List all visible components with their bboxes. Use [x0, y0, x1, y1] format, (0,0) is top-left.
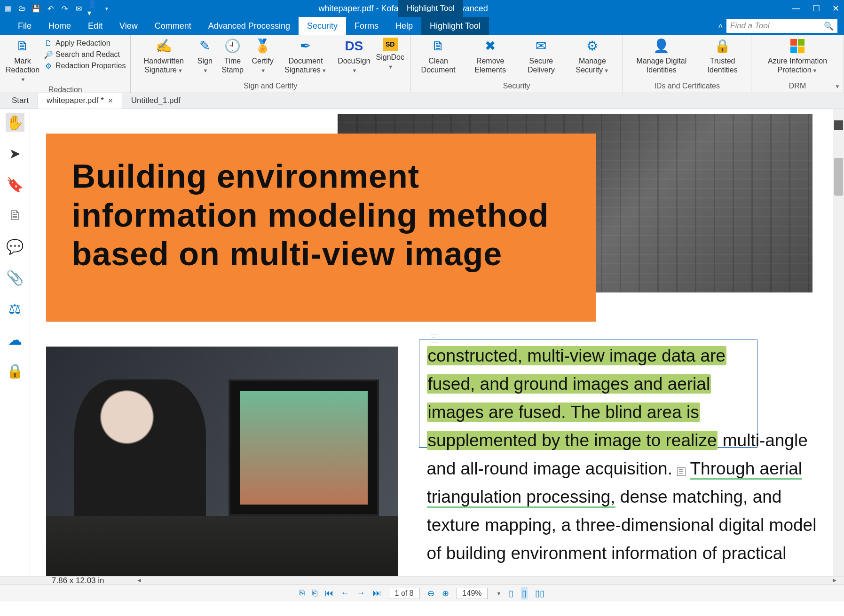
- apply-redaction-button[interactable]: 🗋Apply Redaction: [42, 38, 127, 49]
- redo-icon[interactable]: ↷: [59, 3, 70, 14]
- signdoc-button[interactable]: SDSignDoc▼: [373, 36, 407, 72]
- scroll-right-icon[interactable]: ►: [832, 577, 837, 584]
- page-dimensions: 7.86 x 12.03 in: [52, 576, 104, 585]
- redaction-icon: 🗎: [14, 38, 31, 55]
- first-page-icon[interactable]: ⏮: [325, 588, 333, 598]
- mark-redaction-button[interactable]: 🗎 Mark Redaction ▼: [3, 36, 42, 86]
- document-signatures-button[interactable]: ✒Document Signatures▼: [276, 36, 335, 76]
- menu-help[interactable]: Help: [387, 17, 421, 35]
- collapse-ribbon-icon[interactable]: ᐱ: [718, 23, 723, 30]
- view-continuous-icon[interactable]: ▯: [521, 587, 528, 600]
- find-tool-placeholder: Find a Tool: [730, 21, 769, 31]
- menu-comment[interactable]: Comment: [146, 17, 200, 35]
- azure-ip-icon: [789, 38, 806, 55]
- expand-panel-icon[interactable]: [834, 120, 843, 130]
- time-stamp-button[interactable]: 🕘Time Stamp: [216, 36, 249, 76]
- certify-icon: 🏅: [254, 38, 271, 55]
- redaction-properties-button[interactable]: ⚙Redaction Properties: [42, 60, 127, 71]
- menu-security[interactable]: Security: [299, 17, 346, 35]
- left-tool-panel: ✋ ➤ 🔖 🗎 💬 📎 ⚖ ☁ 🔒: [0, 109, 30, 576]
- last-page-icon[interactable]: ⏭: [373, 588, 381, 598]
- sign-button[interactable]: ✎Sign▼: [194, 36, 216, 76]
- maximize-button[interactable]: ☐: [812, 3, 820, 14]
- undo-icon[interactable]: ↶: [45, 3, 55, 14]
- mail-icon[interactable]: ✉: [73, 3, 84, 14]
- pdf-page: Building environment information modelin…: [46, 114, 817, 571]
- find-tool-input[interactable]: Find a Tool 🔍: [726, 19, 837, 33]
- zoom-out-icon[interactable]: ⊖: [427, 588, 434, 599]
- select-tool[interactable]: ➤: [6, 144, 24, 163]
- bookmarks-panel[interactable]: 🔖: [6, 175, 24, 194]
- user-icon[interactable]: 👤▾: [87, 3, 98, 14]
- signdoc-icon: SD: [383, 38, 398, 51]
- document-viewer[interactable]: Building environment information modelin…: [30, 109, 833, 576]
- certify-button[interactable]: 🏅Certify▼: [249, 36, 276, 76]
- nav-tool-icon[interactable]: ⎗: [312, 588, 317, 598]
- pages-panel[interactable]: 🗎: [6, 206, 24, 225]
- nav-tool-icon[interactable]: ⎘: [300, 588, 305, 598]
- tab-untitled[interactable]: Untitled_1.pdf: [122, 93, 189, 109]
- qat-customize-icon[interactable]: ▾: [102, 3, 112, 14]
- scroll-left-icon[interactable]: ◄: [136, 577, 142, 584]
- docusign-icon: DS: [346, 38, 363, 55]
- view-facing-icon[interactable]: ▯▯: [535, 588, 544, 599]
- vertical-scrollbar[interactable]: [833, 109, 844, 576]
- view-single-icon[interactable]: ▯: [509, 588, 513, 599]
- handwritten-sig-icon: ✍: [155, 38, 172, 55]
- cloud-panel[interactable]: ☁: [6, 330, 24, 349]
- manage-digital-identities-button[interactable]: 👤Manage Digital Identities: [626, 36, 697, 76]
- manage-security-button[interactable]: ⚙Manage Security▼: [565, 36, 620, 76]
- ribbon-dropdown-icon[interactable]: ▼: [835, 83, 840, 90]
- menu-edit[interactable]: Edit: [79, 17, 111, 35]
- search-and-redact-button[interactable]: 🔎Search and Redact: [42, 49, 127, 60]
- highlighted-text[interactable]: supplemented by the image to realize: [427, 431, 718, 450]
- menu-highlight-tool[interactable]: Highlight Tool: [421, 17, 489, 35]
- highlighted-text[interactable]: images are fused. The blind area is: [427, 403, 700, 422]
- secure-delivery-button[interactable]: ✉Secure Delivery: [517, 36, 565, 76]
- group-sign-label: Sign and Certify: [134, 82, 407, 92]
- close-tab-icon[interactable]: ✕: [108, 97, 113, 104]
- menu-forms[interactable]: Forms: [346, 17, 387, 35]
- menu-file[interactable]: File: [9, 17, 40, 35]
- open-icon[interactable]: 🗁: [17, 3, 27, 14]
- secure-delivery-icon: ✉: [533, 38, 550, 55]
- highlighted-text[interactable]: fused, and ground images and aerial: [427, 374, 711, 394]
- hand-tool[interactable]: ✋: [6, 113, 24, 132]
- app-icon: ▦: [3, 3, 13, 14]
- page-number-field[interactable]: 1 of 8: [389, 588, 420, 599]
- time-stamp-icon: 🕘: [224, 38, 241, 55]
- comments-panel[interactable]: 💬: [6, 237, 24, 256]
- security-panel[interactable]: 🔒: [6, 361, 24, 380]
- scrollbar-thumb[interactable]: [834, 158, 843, 196]
- close-button[interactable]: ✕: [832, 3, 839, 14]
- redaction-props-icon: ⚙: [44, 62, 53, 70]
- comment-note-icon[interactable]: [677, 467, 686, 476]
- docusign-button[interactable]: DSDocuSign▼: [335, 36, 373, 76]
- next-page-icon[interactable]: →: [357, 588, 365, 598]
- zoom-in-icon[interactable]: ⊕: [442, 588, 449, 599]
- azure-ip-button[interactable]: Azure Information Protection▼: [754, 36, 841, 76]
- menu-view[interactable]: View: [111, 17, 146, 35]
- tab-whitepaper[interactable]: whitepaper.pdf *✕: [38, 93, 122, 109]
- zoom-level-field[interactable]: 149%: [457, 588, 488, 599]
- ribbon: 🗎 Mark Redaction ▼ 🗋Apply Redaction 🔎Sea…: [0, 35, 844, 93]
- clean-document-button[interactable]: 🗎Clean Document: [413, 36, 463, 76]
- document-heading: Building environment information modelin…: [72, 157, 570, 274]
- trusted-identities-button[interactable]: 🔒Trusted Identities: [697, 36, 748, 76]
- menu-advanced-processing[interactable]: Advanced Processing: [200, 17, 299, 35]
- horizontal-scrollbar[interactable]: 7.86 x 12.03 in ◄ ►: [0, 576, 844, 584]
- search-icon[interactable]: 🔍: [824, 21, 834, 31]
- highlighted-text[interactable]: constructed, multi-view image data are: [427, 346, 726, 365]
- save-icon[interactable]: 💾: [31, 3, 41, 14]
- tab-start[interactable]: Start: [3, 93, 38, 109]
- zoom-dropdown-icon[interactable]: ▼: [497, 591, 502, 596]
- prev-page-icon[interactable]: ←: [341, 588, 349, 598]
- stamp-panel[interactable]: ⚖: [6, 299, 24, 318]
- attachments-panel[interactable]: 📎: [6, 268, 24, 287]
- menu-home[interactable]: Home: [40, 17, 79, 35]
- group-security-label: Security: [413, 82, 620, 92]
- remove-elements-icon: ✖: [482, 38, 499, 55]
- handwritten-signature-button[interactable]: ✍Handwritten Signature▼: [134, 36, 193, 76]
- remove-elements-button[interactable]: ✖Remove Elements: [463, 36, 517, 76]
- minimize-button[interactable]: —: [792, 3, 800, 14]
